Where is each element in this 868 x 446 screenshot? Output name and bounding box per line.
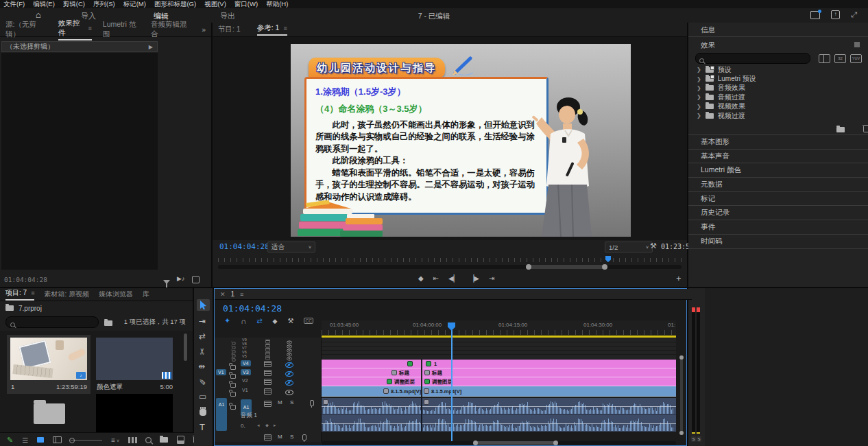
effects-search-box[interactable]	[695, 53, 810, 64]
menu-graphics[interactable]: 图形和标题(G)	[154, 0, 196, 9]
tab-effect-controls[interactable]: 效果控件≡	[58, 19, 92, 40]
program-time-ruler[interactable]	[218, 258, 682, 262]
clip-v4-right[interactable]	[422, 360, 676, 368]
add-marker-icon[interactable]: ◆	[418, 274, 424, 282]
tab-program[interactable]: 节目: 1	[218, 25, 241, 34]
timeline-playhead-head[interactable]	[448, 322, 455, 331]
effects-panel-header[interactable]: 效果	[688, 38, 868, 51]
tab-overflow-icon[interactable]: »	[202, 25, 206, 34]
find-icon[interactable]	[145, 436, 152, 443]
tree-item-video-effects[interactable]: ❯视频效果	[688, 102, 868, 111]
export-frame-icon[interactable]	[192, 276, 200, 283]
track-select-forward-tool[interactable]: ⇥	[199, 317, 206, 325]
32bit-effects-badge-icon[interactable]: 32	[834, 54, 846, 63]
icon-view-icon[interactable]	[37, 437, 44, 443]
zoom-slider-handle[interactable]	[69, 438, 75, 443]
tab-lumetri-scopes[interactable]: Lumetri 范围	[103, 20, 140, 39]
timeline-playhead-line[interactable]	[451, 330, 453, 442]
menu-window[interactable]: 窗口(W)	[234, 0, 258, 9]
type-tool[interactable]: T	[200, 423, 205, 432]
panel-header-metadata[interactable]: 元数据	[688, 177, 868, 191]
chevron-right-icon[interactable]: ❯	[697, 67, 701, 73]
panel-header-timecode[interactable]: 时间码	[688, 234, 868, 249]
workspaces-icon[interactable]	[810, 11, 820, 19]
menu-file[interactable]: 文件(F)	[3, 0, 25, 9]
accelerated-effects-badge-icon[interactable]	[819, 54, 830, 63]
go-to-in-icon[interactable]: ⇤	[433, 274, 439, 282]
chevron-right-icon[interactable]: ❯	[697, 104, 701, 110]
project-grid-scrollbar[interactable]	[184, 333, 187, 361]
meter-clip-indicator[interactable]	[692, 307, 695, 312]
tab-reference[interactable]: 参考: 1≡	[257, 23, 287, 36]
menu-clip[interactable]: 剪辑(C)	[63, 0, 85, 9]
panel-menu-icon[interactable]: ≡	[31, 290, 34, 296]
yuv-effects-badge-icon[interactable]: YUV	[850, 54, 862, 63]
scroll-handle-right[interactable]	[602, 264, 607, 270]
meter-clip-indicator[interactable]	[697, 307, 700, 312]
project-item-3-thumb[interactable]	[10, 394, 87, 432]
tab-audio-clip-mixer[interactable]: 音频剪辑混合	[151, 20, 191, 39]
panel-menu-icon[interactable]: ≡	[283, 25, 287, 32]
clip-v3-right[interactable]	[422, 368, 676, 377]
quick-export-icon[interactable]: ↑	[831, 10, 840, 19]
navigate-up-icon[interactable]	[5, 305, 14, 311]
tab-media-browser[interactable]: 媒体浏览器	[99, 290, 133, 299]
panel-header-essential-sound[interactable]: 基本声音	[688, 149, 868, 163]
new-bin-icon[interactable]	[160, 437, 168, 443]
tree-item-audio-transitions[interactable]: ❯音频过渡	[688, 93, 868, 102]
vscroll-handle-bottom[interactable]	[679, 431, 684, 435]
tree-item-lumetri-presets[interactable]: ❯Lumetri 预设	[688, 74, 868, 83]
tree-item-video-transitions[interactable]: ❯视频过渡	[688, 111, 868, 120]
razor-tool[interactable]: ✂	[198, 348, 206, 355]
chevron-right-icon[interactable]: ❯	[697, 94, 701, 100]
tree-item-audio-effects[interactable]: ❯音频效果	[688, 84, 868, 93]
program-scrollbar-thumb[interactable]	[528, 265, 605, 269]
project-search-input[interactable]	[19, 318, 97, 327]
project-search-box[interactable]	[5, 316, 99, 328]
step-forward-icon[interactable]: ▕▶	[468, 274, 479, 282]
timeline-vscrollbar[interactable]	[680, 357, 683, 433]
new-item-icon[interactable]	[177, 436, 184, 444]
panel-header-markers[interactable]: 标记	[688, 191, 868, 206]
vscroll-handle-top[interactable]	[679, 355, 684, 360]
scroll-handle-left[interactable]	[526, 264, 531, 270]
effects-search-input[interactable]	[707, 54, 808, 63]
timeline-hscrollbar[interactable]	[322, 441, 676, 445]
slip-tool[interactable]: ⇹	[198, 362, 205, 371]
menu-help[interactable]: 帮助(H)	[266, 0, 288, 9]
meter-solo-left[interactable]: S	[691, 436, 696, 442]
rectangle-tool[interactable]: ▭	[199, 392, 206, 401]
tab-bin-source-video[interactable]: 素材箱: 原视频	[44, 290, 89, 299]
panel-header-lumetri-color[interactable]: Lumetri 颜色	[688, 163, 868, 177]
tab-libraries[interactable]: 库	[143, 290, 149, 299]
filter-properties-icon[interactable]	[163, 280, 170, 284]
pen-tool[interactable]: ✎	[199, 377, 206, 386]
playback-resolution-select[interactable]: 1/2˅	[605, 242, 653, 253]
zoom-fit-select[interactable]: 适合˅	[267, 242, 315, 253]
tree-item-presets[interactable]: ❯预设	[688, 65, 868, 74]
freeform-view-icon[interactable]	[53, 436, 62, 443]
panel-header-history[interactable]: 历史记录	[688, 205, 868, 220]
project-item-2-thumb[interactable]	[96, 338, 173, 380]
panel-menu-icon[interactable]: ≡	[88, 25, 92, 32]
scroll-handle-left[interactable]	[473, 441, 478, 445]
project-item-1-name[interactable]: 1	[11, 383, 14, 390]
timeline-hscrollbar-thumb[interactable]	[475, 441, 556, 445]
menu-edit[interactable]: 编辑(E)	[33, 0, 55, 9]
chevron-right-icon[interactable]: ❯	[697, 113, 701, 119]
play-audio-icon[interactable]: ▶♪	[177, 275, 184, 282]
panel-grid-icon[interactable]	[854, 42, 860, 47]
tab-source-monitor[interactable]: 源:（无剪辑）	[5, 20, 47, 39]
menu-sequence[interactable]: 序列(S)	[93, 0, 115, 9]
program-timecode[interactable]: 01:04:04:28	[219, 242, 269, 251]
scroll-handle-right[interactable]	[553, 441, 558, 445]
gain-line[interactable]	[322, 423, 676, 424]
info-panel-header[interactable]: 信息	[688, 23, 868, 37]
chevron-right-icon[interactable]: ❯	[697, 85, 701, 91]
meter-solo-right[interactable]: S	[697, 436, 701, 442]
hand-tool[interactable]	[200, 409, 206, 416]
automate-to-sequence-icon[interactable]	[128, 437, 137, 443]
ripple-edit-tool[interactable]: ⇄	[199, 332, 206, 340]
breadcrumb[interactable]: 7.prproj	[19, 305, 42, 312]
project-item-4-thumb[interactable]	[96, 394, 173, 432]
